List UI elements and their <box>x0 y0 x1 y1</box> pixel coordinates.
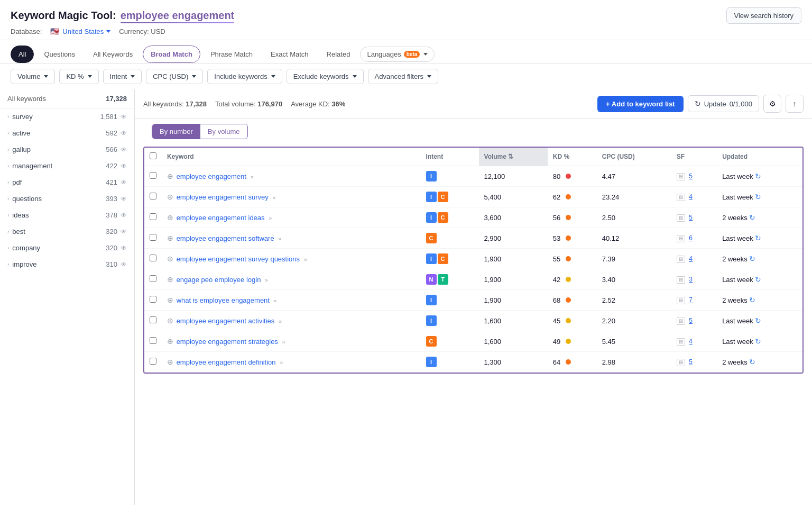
refresh-row-icon[interactable]: ↻ <box>749 255 755 263</box>
row-checkbox[interactable] <box>150 316 156 323</box>
row-checkbox[interactable] <box>150 358 156 365</box>
row-checkbox[interactable] <box>150 172 156 179</box>
keyword-link[interactable]: engage peo employee login <box>177 276 261 284</box>
row-checkbox[interactable] <box>150 193 156 199</box>
select-all-checkbox[interactable] <box>150 152 156 159</box>
sidebar-item[interactable]: › survey 1,581 👁 <box>0 108 134 125</box>
settings-icon-button[interactable]: ⚙ <box>763 95 781 113</box>
tab-all-keywords[interactable]: All Keywords <box>85 46 141 63</box>
eye-icon: 👁 <box>121 261 127 268</box>
keyword-link[interactable]: what is employee engagement <box>177 296 270 304</box>
tab-phrase-match[interactable]: Phrase Match <box>202 46 261 63</box>
row-checkbox[interactable] <box>150 234 156 241</box>
sidebar-item[interactable]: › gallup 566 👁 <box>0 141 134 158</box>
sidebar-item[interactable]: › improve 310 👁 <box>0 256 134 273</box>
keyword-link[interactable]: employee engagement definition <box>177 358 276 366</box>
refresh-row-icon[interactable]: ↻ <box>755 275 761 284</box>
expand-keyword-icon: » <box>265 277 268 283</box>
sf-value-link[interactable]: 6 <box>689 234 693 242</box>
keyword-link[interactable]: employee engagement survey <box>177 193 269 201</box>
sf-value-link[interactable]: 5 <box>689 358 693 366</box>
sf-value-link[interactable]: 4 <box>689 255 693 262</box>
tab-questions[interactable]: Questions <box>36 46 83 63</box>
sf-value-link[interactable]: 4 <box>689 338 693 345</box>
intent-cell: I <box>421 311 479 331</box>
beta-badge: beta <box>404 51 420 58</box>
tab-related[interactable]: Related <box>319 46 358 63</box>
intent-filter[interactable]: Intent <box>103 69 142 84</box>
row-checkbox-cell <box>144 249 162 269</box>
meta-row: Database: 🇺🇸 United States Currency: USD <box>11 27 801 35</box>
volume-filter[interactable]: Volume <box>11 69 55 84</box>
update-count: 0/1,000 <box>730 100 752 108</box>
sf-value-link[interactable]: 5 <box>689 173 693 180</box>
keyword-link[interactable]: employee engagement survey questions <box>177 255 300 263</box>
sf-value-link[interactable]: 7 <box>689 296 693 304</box>
th-checkbox <box>144 148 162 166</box>
by-volume-button[interactable]: By volume <box>200 124 247 139</box>
tab-all[interactable]: All <box>11 46 34 63</box>
languages-dropdown[interactable]: Languages beta <box>360 47 435 62</box>
expand-keyword-icon: » <box>274 297 277 304</box>
keyword-link[interactable]: employee engagement strategies <box>177 338 278 346</box>
refresh-row-icon[interactable]: ↻ <box>755 316 761 325</box>
sf-value-link[interactable]: 5 <box>689 317 693 324</box>
row-checkbox[interactable] <box>150 255 156 261</box>
sidebar-item[interactable]: › best 320 👁 <box>0 223 134 240</box>
row-checkbox[interactable] <box>150 275 156 282</box>
row-checkbox[interactable] <box>150 337 156 344</box>
cpc-filter[interactable]: CPC (USD) <box>146 69 203 84</box>
row-checkbox[interactable] <box>150 213 156 220</box>
updated-cell: 2 weeks ↻ <box>717 207 802 228</box>
refresh-row-icon[interactable]: ↻ <box>755 193 761 201</box>
sf-value-link[interactable]: 5 <box>689 214 693 221</box>
refresh-row-icon[interactable]: ↻ <box>755 172 761 180</box>
exclude-keywords-filter[interactable]: Exclude keywords <box>287 69 364 84</box>
keyword-cell: ⊕ employee engagement ideas » <box>162 207 421 228</box>
content-area: All keywords 17,328 › survey 1,581 👁 › a… <box>0 89 812 505</box>
refresh-row-icon[interactable]: ↻ <box>755 234 761 242</box>
database-selector[interactable]: 🇺🇸 United States <box>50 27 110 35</box>
include-keywords-filter[interactable]: Include keywords <box>207 69 282 84</box>
intent-filter-label: Intent <box>110 72 127 80</box>
keyword-link[interactable]: employee engagement ideas <box>177 214 265 222</box>
sidebar-item-count: 320 <box>106 244 117 252</box>
add-to-keyword-list-button[interactable]: + Add to keyword list <box>597 96 684 112</box>
sidebar-item[interactable]: › management 422 👁 <box>0 158 134 174</box>
export-icon-button[interactable]: ↑ <box>786 95 804 113</box>
total-volume-stat-label: Total volume: 176,970 <box>215 100 282 108</box>
keyword-cell: ⊕ employee engagement survey » <box>162 187 421 207</box>
keyword-link[interactable]: employee engagement activities <box>177 317 275 325</box>
intent-cell: IC <box>421 207 479 228</box>
view-history-button[interactable]: View search history <box>726 7 801 24</box>
volume-cell: 2,900 <box>479 228 548 249</box>
refresh-row-icon[interactable]: ↻ <box>749 213 755 222</box>
kd-filter[interactable]: KD % <box>59 69 98 84</box>
update-button[interactable]: ↻ Update 0/1,000 <box>688 95 759 112</box>
sf-value-link[interactable]: 3 <box>689 276 693 283</box>
table-row: ⊕ engage peo employee login » NT 1,900 4… <box>144 269 802 290</box>
main-content: All keywords: 17,328 Total volume: 176,9… <box>135 89 812 505</box>
sf-grid-icon: ⊞ <box>677 235 685 242</box>
by-number-button[interactable]: By number <box>152 124 200 139</box>
advanced-filters[interactable]: Advanced filters <box>368 69 439 84</box>
th-volume[interactable]: Volume ⇅ <box>479 148 548 166</box>
keyword-link[interactable]: employee engagement <box>177 173 246 180</box>
volume-cell: 1,900 <box>479 269 548 290</box>
tab-broad-match[interactable]: Broad Match <box>143 46 200 63</box>
refresh-row-icon[interactable]: ↻ <box>755 337 761 346</box>
sidebar-item[interactable]: › active 592 👁 <box>0 125 134 141</box>
row-checkbox[interactable] <box>150 296 156 303</box>
sf-value-link[interactable]: 4 <box>689 193 693 201</box>
sidebar-item[interactable]: › company 320 👁 <box>0 240 134 256</box>
sidebar-item[interactable]: › pdf 421 👁 <box>0 174 134 190</box>
intent-cell: I <box>421 290 479 311</box>
tab-exact-match[interactable]: Exact Match <box>263 46 317 63</box>
refresh-row-icon[interactable]: ↻ <box>749 358 755 366</box>
eye-icon: 👁 <box>121 212 127 219</box>
refresh-row-icon[interactable]: ↻ <box>749 296 755 304</box>
sidebar-item[interactable]: › questions 393 👁 <box>0 190 134 207</box>
keyword-link[interactable]: employee engagement software <box>177 234 274 242</box>
sidebar-item[interactable]: › ideas 378 👁 <box>0 207 134 223</box>
currency-label: Currency: USD <box>119 28 165 35</box>
